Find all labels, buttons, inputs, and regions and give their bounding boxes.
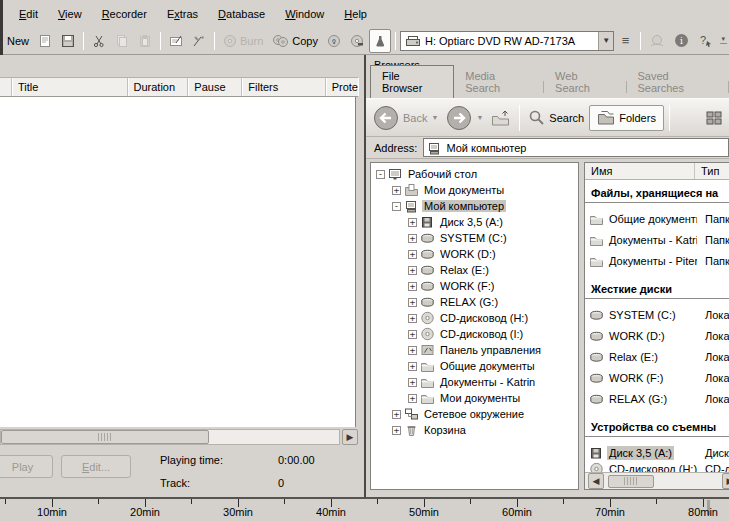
scrollbar-thumb[interactable]: [1, 430, 209, 444]
scrollbar-thumb[interactable]: [608, 475, 654, 488]
tree-item[interactable]: +Документы - Katrin: [371, 374, 578, 390]
copy-button[interactable]: [111, 29, 133, 53]
column-filters[interactable]: Filters: [242, 78, 325, 96]
scroll-right-button[interactable]: ▶: [342, 429, 358, 445]
expand-icon[interactable]: +: [408, 266, 417, 275]
expand-icon[interactable]: +: [392, 426, 401, 435]
tree-item[interactable]: +Корзина: [371, 422, 578, 438]
scroll-left-button[interactable]: ◀: [588, 473, 604, 489]
tree-item[interactable]: -Мой компьютер: [371, 198, 578, 214]
toolbar-overflow-button[interactable]: ▾—: [718, 37, 729, 45]
folders-button[interactable]: Folders: [589, 105, 664, 131]
cut-button[interactable]: [88, 29, 110, 53]
collapse-icon[interactable]: -: [376, 170, 385, 179]
expand-icon[interactable]: +: [408, 394, 417, 403]
tree-item[interactable]: +WORK (D:): [371, 246, 578, 262]
recorder-select[interactable]: H: Optiarc DVD RW AD-7173A ▼: [400, 31, 614, 51]
tree-item[interactable]: +Панель управления: [371, 342, 578, 358]
file-list-row[interactable]: Общие документыПапк: [585, 208, 729, 229]
disc-handling-button[interactable]: [645, 29, 669, 53]
tree-item[interactable]: +Сетевое окружение: [371, 406, 578, 422]
expand-icon[interactable]: +: [408, 218, 417, 227]
column-title[interactable]: Title: [12, 78, 128, 96]
drive-utility-button[interactable]: [369, 29, 391, 53]
play-button[interactable]: Play: [0, 455, 53, 478]
menu-view[interactable]: View: [48, 4, 92, 24]
expand-icon[interactable]: +: [408, 378, 417, 387]
track-list-hscrollbar[interactable]: ▶: [0, 428, 358, 446]
burn-button[interactable]: Burn: [219, 29, 267, 53]
tree-item[interactable]: +Relax (E:): [371, 262, 578, 278]
menu-window[interactable]: Window: [275, 4, 334, 24]
expand-icon[interactable]: +: [392, 186, 401, 195]
expand-icon[interactable]: +: [392, 410, 401, 419]
file-list-row[interactable]: SYSTEM (C:)Лока: [585, 304, 729, 325]
column-name[interactable]: Имя: [585, 163, 695, 179]
new-compilation-button[interactable]: New: [3, 29, 33, 53]
tab-media-search[interactable]: Media Search: [454, 66, 543, 98]
menu-help[interactable]: Help: [334, 4, 377, 24]
copy-disc-button[interactable]: Copy: [268, 29, 322, 53]
file-list-row[interactable]: WORK (D:)Лока: [585, 325, 729, 346]
context-help-button[interactable]: ?: [694, 29, 717, 53]
expand-icon[interactable]: +: [408, 234, 417, 243]
file-list-hscrollbar[interactable]: ◀ ▶: [585, 472, 729, 489]
expand-icon[interactable]: +: [408, 314, 417, 323]
back-button[interactable]: Back ▼: [370, 103, 441, 133]
tab-web-search[interactable]: Web Search: [544, 66, 625, 98]
track-icon-column[interactable]: [0, 78, 12, 96]
save-button[interactable]: [57, 29, 79, 53]
tab-saved-searches[interactable]: Saved Searches: [627, 66, 729, 98]
file-list-row[interactable]: Relax (E:)Лока: [585, 346, 729, 367]
expand-icon[interactable]: +: [408, 250, 417, 259]
search-button[interactable]: Search: [525, 107, 587, 128]
tree-item[interactable]: +CD-дисковод (H:): [371, 310, 578, 326]
tree-item[interactable]: +Общие документы: [371, 358, 578, 374]
tree-item[interactable]: +SYSTEM (C:): [371, 230, 578, 246]
tree-item[interactable]: +RELAX (G:): [371, 294, 578, 310]
file-list-row[interactable]: Диск 3,5 (A:)Диск: [585, 442, 729, 463]
tab-file-browser[interactable]: File Browser: [370, 65, 454, 98]
column-duration[interactable]: Duration: [128, 78, 189, 96]
recorder-dropdown-arrow[interactable]: ▼: [598, 32, 613, 50]
forward-history-arrow[interactable]: ▼: [476, 114, 483, 121]
tree-item[interactable]: +Мои документы: [371, 182, 578, 198]
up-button[interactable]: [488, 107, 514, 129]
scrollbar-track[interactable]: [0, 429, 340, 445]
menu-extras[interactable]: Extras: [157, 4, 208, 24]
expand-icon[interactable]: +: [408, 346, 417, 355]
tree-item[interactable]: +Мои документы: [371, 390, 578, 406]
views-button[interactable]: [703, 109, 725, 127]
tools-button[interactable]: [188, 29, 210, 53]
column-type[interactable]: Тип: [695, 163, 719, 179]
expand-icon[interactable]: +: [408, 330, 417, 339]
file-list-row[interactable]: WORK (F:)Лока: [585, 367, 729, 388]
column-pause[interactable]: Pause: [188, 78, 242, 96]
tree-item[interactable]: +CD-дисковод (I:): [371, 326, 578, 342]
column-protection[interactable]: Prote: [326, 78, 358, 96]
open-button[interactable]: [34, 29, 56, 53]
file-list-row[interactable]: Документы - PiterПапк: [585, 250, 729, 271]
expand-icon[interactable]: +: [408, 282, 417, 291]
file-list-row[interactable]: RELAX (G:)Лока: [585, 388, 729, 409]
erase-disc-button[interactable]: [346, 29, 368, 53]
file-list[interactable]: Имя Тип Файлы, хранящиеся наОбщие докуме…: [584, 162, 729, 490]
folder-tree[interactable]: -Рабочий стол+Мои документы-Мой компьюте…: [370, 162, 579, 490]
track-list-area[interactable]: [0, 97, 356, 427]
tree-item[interactable]: -Рабочий стол: [371, 166, 578, 182]
file-list-row[interactable]: Документы - KatrinПапк: [585, 229, 729, 250]
menu-edit[interactable]: Edit: [9, 4, 48, 24]
edit-button[interactable]: Edit...: [61, 455, 131, 478]
disc-info-button[interactable]: i: [323, 29, 345, 53]
menu-recorder[interactable]: Recorder: [92, 4, 157, 24]
menu-database[interactable]: Database: [208, 4, 275, 24]
address-input[interactable]: Мой компьютер: [423, 138, 729, 157]
tree-item[interactable]: +WORK (F:): [371, 278, 578, 294]
tree-item[interactable]: +Диск 3,5 (A:): [371, 214, 578, 230]
forward-button[interactable]: ▼: [443, 103, 486, 133]
scroll-right-button[interactable]: ▶: [722, 473, 729, 489]
collapse-icon[interactable]: -: [392, 202, 401, 211]
expand-icon[interactable]: +: [408, 362, 417, 371]
back-history-arrow[interactable]: ▼: [431, 114, 438, 121]
expand-icon[interactable]: +: [408, 298, 417, 307]
